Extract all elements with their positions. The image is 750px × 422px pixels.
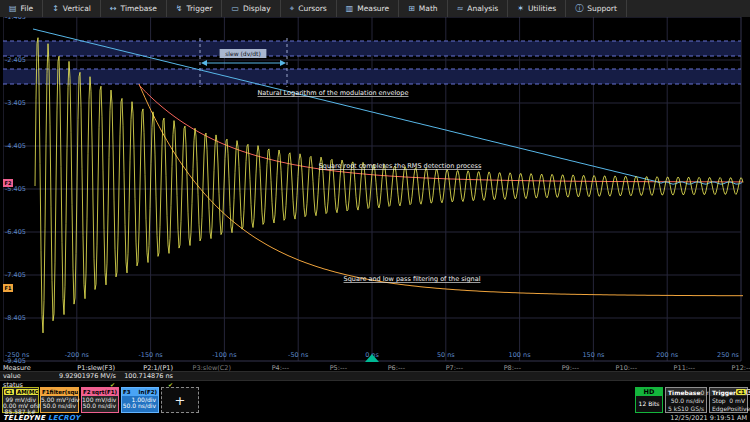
f2-timebase: 50.0 ns/div <box>82 403 116 409</box>
y-axis-label: -2.405 <box>5 56 26 64</box>
menu-label-math: Math <box>419 4 438 13</box>
menu-label-display: Display <box>243 4 271 13</box>
measure-col-1[interactable]: P1:slew(F3) <box>59 364 117 372</box>
plus-icon: + <box>175 393 186 408</box>
trigger-descriptor[interactable]: Trigger C1 DC Stop 0 mV Edge Positive <box>709 387 748 413</box>
f1-function: filter(squa <box>50 389 78 395</box>
graticule-svg: -1.405-2.405-3.405-4.405-5.405-6.405-7.4… <box>3 17 747 363</box>
measure-icon: ▥ <box>346 4 354 13</box>
menu-item-cursors[interactable]: ⌖Cursors <box>281 0 337 17</box>
y-axis-label: -1.405 <box>5 17 26 21</box>
hd-bits: 12 Bits <box>636 396 662 411</box>
timebase-rate: 10 GS/s <box>681 405 704 412</box>
menu-label-measure: Measure <box>357 4 389 13</box>
f2-function: sqrt(F1) <box>92 389 117 395</box>
math-descriptor-f1[interactable]: F1 filter(squa 5.00 mV²/div 50.0 ns/div <box>40 387 79 413</box>
timebase-icon: ↔ <box>110 4 117 13</box>
f2-label: F2 <box>83 389 91 395</box>
y-axis-label: -3.405 <box>5 99 26 107</box>
channel-descriptor-c1[interactable]: C1 AM(MODEM) 99 mV/div 0.00 mV ofst 85.5… <box>2 387 39 413</box>
x-axis-label: -50 ns <box>288 351 309 359</box>
support-icon: ⓘ <box>575 3 583 14</box>
hd-label: HD <box>636 388 662 396</box>
measure-col-5[interactable]: P5:--- <box>291 364 349 372</box>
cursors-icon: ⌖ <box>290 4 295 14</box>
measure-col-3[interactable]: P3:slew(C2) <box>175 364 233 372</box>
timebase-title: Timebase <box>668 389 700 396</box>
trigger-coupling-badge: DC <box>746 389 750 395</box>
trigger-level: 0 mV <box>729 397 745 404</box>
math-descriptor-f2[interactable]: F2 sqrt(F1) 100 mV/div 50.0 ns/div <box>81 387 119 413</box>
measure-row-value: value9.92901976 MV/s100.714876 ns <box>0 371 750 381</box>
x-axis-label: -150 ns <box>138 351 163 359</box>
menu-label-timebase: Timebase <box>121 4 157 13</box>
measure-col-7[interactable]: P7:--- <box>407 364 465 372</box>
x-axis-label: -250 ns <box>5 351 30 359</box>
f1-timebase: 50.0 ns/div <box>41 403 76 409</box>
menu-label-vertical: Vertical <box>63 4 91 13</box>
measure-value-2: 100.714876 ns <box>117 372 175 380</box>
menu-item-math[interactable]: ⊞Math <box>399 0 447 17</box>
brand-lecroy: LECROY <box>48 414 80 422</box>
menu-label-analysis: Analysis <box>467 4 498 13</box>
menu-bar: ▤File↕Vertical↔Timebase↯Trigger▭Display⌖… <box>0 0 750 18</box>
menu-item-measure[interactable]: ▥Measure <box>337 0 399 17</box>
menu-item-vertical[interactable]: ↕Vertical <box>43 0 101 17</box>
x-axis-label: -100 ns <box>212 351 237 359</box>
math-descriptor-f3-selected[interactable]: F3 ln(F2) 1.00/div 50.0 ns/div <box>121 387 159 413</box>
analysis-icon: ≈ <box>457 4 464 13</box>
annotation-slew-label: slew (dv/dt) <box>225 50 261 57</box>
measure-col-12[interactable]: P12:--- <box>697 364 750 372</box>
timebase-scale: 50.0 ns/div <box>671 397 704 404</box>
annotation-label: Natural Logarithm of the modulation enve… <box>258 89 409 97</box>
trigger-mode: Stop <box>712 397 726 404</box>
menu-item-trigger[interactable]: ↯Trigger <box>167 0 223 17</box>
plot-area: -1.405-2.405-3.405-4.405-5.405-6.405-7.4… <box>0 17 750 364</box>
add-trace-button[interactable]: + <box>161 387 199 413</box>
x-axis-label: -200 ns <box>65 351 90 359</box>
c1-tag: AM(MODEM) <box>16 389 38 395</box>
trigger-source-badge: C1 <box>736 389 746 395</box>
trigger-icon: ↯ <box>176 4 183 13</box>
menu-item-file[interactable]: ▤File <box>0 0 43 17</box>
measure-col-4[interactable]: P4:--- <box>233 364 291 372</box>
y-axis-label: -6.405 <box>5 228 26 236</box>
measure-col-11[interactable]: P11:--- <box>639 364 697 372</box>
brand-teledyne: TELEDYNE <box>3 414 45 422</box>
math-icon: ⊞ <box>408 4 415 13</box>
menu-item-analysis[interactable]: ≈Analysis <box>448 0 509 17</box>
measure-col-9[interactable]: P9:--- <box>523 364 581 372</box>
trigger-title: Trigger <box>712 389 736 396</box>
utilities-icon: ✶ <box>517 4 524 13</box>
menu-item-timebase[interactable]: ↔Timebase <box>101 0 167 17</box>
timebase-descriptor[interactable]: Timebase 0 ns 50.0 ns/div 5 kS 10 GS/s <box>665 387 707 413</box>
trigger-slope: Positive <box>727 405 750 412</box>
measure-col-10[interactable]: P10:--- <box>581 364 639 372</box>
measure-col-2[interactable]: P2:1/(P1) <box>117 364 175 372</box>
measure-col-8[interactable]: P8:--- <box>465 364 523 372</box>
measure-row-label: value <box>0 372 59 380</box>
y-axis-label: -8.405 <box>5 314 26 322</box>
f3-label: F3 <box>123 389 131 395</box>
f3-timebase: 50.0 ns/div <box>122 403 156 409</box>
x-axis-label: 100 ns <box>509 351 532 359</box>
display-icon: ▭ <box>231 4 239 13</box>
menu-label-trigger: Trigger <box>187 4 213 13</box>
svg-text:F2: F2 <box>5 180 12 186</box>
vertical-icon: ↕ <box>52 4 59 13</box>
timebase-samples: 5 kS <box>668 405 681 412</box>
measure-col-6[interactable]: P6:--- <box>349 364 407 372</box>
measure-gate-band-2 <box>3 69 741 84</box>
arrowhead-right-icon <box>280 60 286 66</box>
status-bar: TELEDYNE LECROY 12/25/2021 9:19:51 AM <box>0 414 750 422</box>
menu-label-file: File <box>21 4 34 13</box>
file-icon: ▤ <box>9 4 17 13</box>
menu-label-utilities: Utilities <box>528 4 556 13</box>
brand-logo: TELEDYNE LECROY <box>3 414 80 422</box>
menu-item-utilities[interactable]: ✶Utilities <box>508 0 566 17</box>
hd-mode-box[interactable]: HD 12 Bits <box>635 387 663 413</box>
menu-item-support[interactable]: ⓘSupport <box>566 0 627 17</box>
menu-label-support: Support <box>587 4 617 13</box>
menu-item-display[interactable]: ▭Display <box>222 0 280 17</box>
y-axis-label: -7.405 <box>5 271 26 279</box>
